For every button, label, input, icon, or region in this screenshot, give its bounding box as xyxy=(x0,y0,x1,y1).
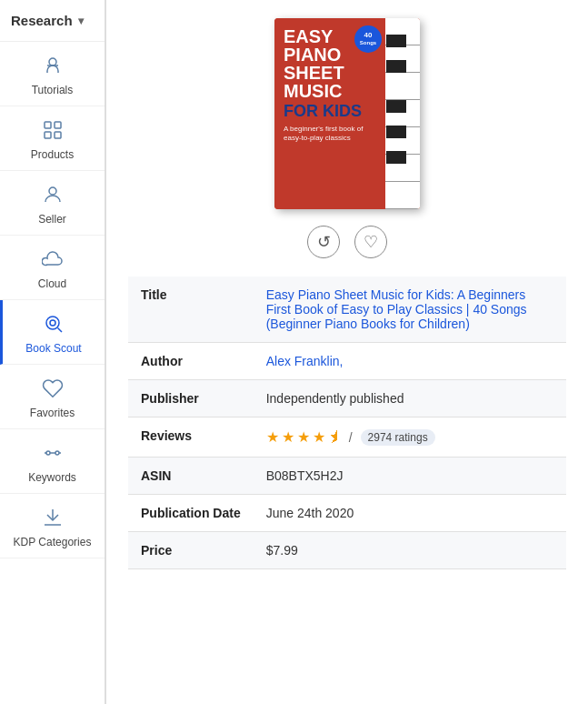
value-price: $7.99 xyxy=(254,532,566,569)
svg-rect-3 xyxy=(55,122,61,128)
cloud-icon xyxy=(42,248,64,274)
favorites-label: Favorites xyxy=(30,407,75,419)
history-icon: ↺ xyxy=(317,232,331,252)
table-row: Publisher Independently published xyxy=(128,380,566,417)
svg-point-7 xyxy=(46,317,59,329)
label-publisher: Publisher xyxy=(128,380,254,417)
table-row: Author Alex Franklin, xyxy=(128,343,566,380)
table-row: Publication Date June 24th 2020 xyxy=(128,495,566,532)
seller-label: Seller xyxy=(38,213,66,226)
value-asin: B08BTX5H2J xyxy=(254,458,566,495)
table-row: Title Easy Piano Sheet Music for Kids: A… xyxy=(128,277,566,343)
sidebar-item-seller[interactable]: Seller xyxy=(0,171,105,236)
products-icon xyxy=(42,119,64,145)
value-title: Easy Piano Sheet Music for Kids: A Begin… xyxy=(254,277,566,343)
table-row: Reviews ★ ★ ★ ★ ⯨ / 2974 ratings xyxy=(128,417,566,458)
svg-point-0 xyxy=(49,58,56,65)
cover-title-3: SHEET xyxy=(284,64,382,82)
svg-rect-4 xyxy=(45,132,51,138)
label-title: Title xyxy=(128,277,254,343)
star-4: ★ xyxy=(313,428,325,446)
star-1: ★ xyxy=(266,428,279,446)
favorites-icon xyxy=(42,377,64,403)
book-cover-container: EASY PIANO SHEET MUSIC FOR KIDS A beginn… xyxy=(128,18,566,209)
action-buttons: ↺ ♡ xyxy=(128,226,566,258)
label-asin: ASIN xyxy=(128,458,254,495)
piano-keys-decoration xyxy=(385,18,420,209)
star-2: ★ xyxy=(282,428,294,446)
tutorials-label: Tutorials xyxy=(32,84,74,96)
title-link[interactable]: Easy Piano Sheet Music for Kids: A Begin… xyxy=(266,287,527,331)
seller-icon xyxy=(42,184,64,209)
kdp-categories-icon xyxy=(42,507,64,532)
products-label: Products xyxy=(31,148,74,161)
cover-title-4: MUSIC xyxy=(284,82,382,100)
svg-line-8 xyxy=(58,328,63,333)
kdp-categories-label: KDP Categories xyxy=(14,536,92,548)
svg-point-9 xyxy=(50,320,55,326)
table-row: ASIN B08BTX5H2J xyxy=(128,458,566,495)
history-button[interactable]: ↺ xyxy=(307,226,340,258)
favorite-button[interactable]: ♡ xyxy=(354,226,387,258)
sidebar-item-tutorials[interactable]: Tutorials xyxy=(0,42,105,106)
label-publication-date: Publication Date xyxy=(128,495,254,532)
sidebar: Research ▾ Tutorials Products Seller Clo… xyxy=(0,0,105,704)
book-scout-label: Book Scout xyxy=(25,342,81,355)
table-row: Price $7.99 xyxy=(128,532,566,569)
sidebar-header[interactable]: Research ▾ xyxy=(0,0,105,42)
star-5-half: ⯨ xyxy=(328,429,343,446)
sidebar-item-kdp-categories[interactable]: KDP Categories xyxy=(0,494,105,558)
value-reviews: ★ ★ ★ ★ ⯨ / 2974 ratings xyxy=(254,417,566,458)
sidebar-item-cloud[interactable]: Cloud xyxy=(0,236,105,300)
heart-icon: ♡ xyxy=(364,232,378,252)
book-scout-icon xyxy=(43,313,65,338)
author-link[interactable]: Alex Franklin, xyxy=(266,354,344,368)
svg-rect-5 xyxy=(55,132,61,138)
keywords-label: Keywords xyxy=(28,471,76,484)
sidebar-item-book-scout[interactable]: Book Scout xyxy=(0,300,105,365)
song-count-badge: 40 Songs xyxy=(354,25,382,53)
svg-rect-2 xyxy=(45,122,51,128)
sidebar-item-keywords[interactable]: Keywords xyxy=(0,429,105,494)
value-author: Alex Franklin, xyxy=(254,343,566,380)
svg-point-10 xyxy=(46,451,50,455)
label-price: Price xyxy=(128,532,254,569)
rating-count-badge: 2974 ratings xyxy=(361,429,435,446)
rating-separator: / xyxy=(349,430,353,445)
chevron-down-icon: ▾ xyxy=(78,15,84,27)
sidebar-title: Research xyxy=(11,13,73,28)
sidebar-item-products[interactable]: Products xyxy=(0,106,105,171)
cover-for-kids: FOR KIDS xyxy=(284,102,382,121)
star-rating: ★ ★ ★ ★ ⯨ / 2974 ratings xyxy=(266,428,435,446)
main-content: EASY PIANO SHEET MUSIC FOR KIDS A beginn… xyxy=(105,0,588,704)
book-cover: EASY PIANO SHEET MUSIC FOR KIDS A beginn… xyxy=(274,18,420,209)
book-info-table: Title Easy Piano Sheet Music for Kids: A… xyxy=(128,277,566,569)
sidebar-item-favorites[interactable]: Favorites xyxy=(0,365,105,429)
label-author: Author xyxy=(128,343,254,380)
value-publication-date: June 24th 2020 xyxy=(254,495,566,532)
label-reviews: Reviews xyxy=(128,417,254,458)
tutorials-icon xyxy=(42,55,64,80)
star-3: ★ xyxy=(297,428,310,446)
svg-point-11 xyxy=(55,451,59,455)
value-publisher: Independently published xyxy=(254,380,566,417)
cover-subtitle: A beginner's first book of easy-to-play … xyxy=(284,125,382,144)
svg-point-6 xyxy=(49,187,56,195)
cloud-label: Cloud xyxy=(38,277,66,290)
keywords-icon xyxy=(42,442,64,468)
